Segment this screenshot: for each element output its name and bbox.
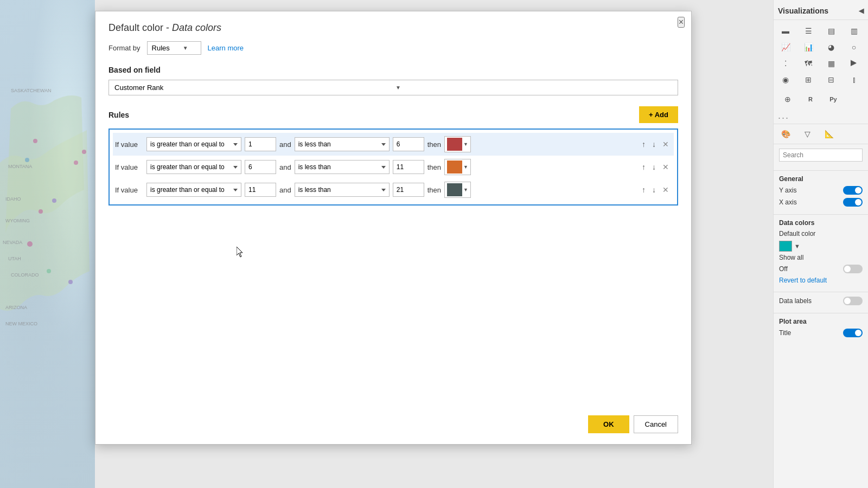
visualizations-header: Visualizations ◀ <box>774 4 868 20</box>
title-label: Title <box>779 329 791 337</box>
viz-line-icon[interactable]: 📈 <box>776 40 795 55</box>
color-button-2[interactable]: ▼ <box>444 159 471 175</box>
x-axis-row: X axis <box>779 198 863 207</box>
value1-input-2[interactable] <box>245 160 276 174</box>
viz-slicer-icon[interactable]: ⫿ <box>844 72 864 87</box>
default-color-swatch-row: ▼ <box>779 241 863 252</box>
delete-button-1[interactable]: ✕ <box>660 138 672 150</box>
delete-button-3[interactable]: ✕ <box>660 184 672 196</box>
ok-button[interactable]: OK <box>588 415 629 433</box>
svg-point-6 <box>27 241 33 247</box>
viz-bar-icon[interactable]: ▬ <box>776 23 795 38</box>
then-label-3: then <box>427 186 441 194</box>
svg-point-7 <box>47 269 51 273</box>
default-color-swatch[interactable] <box>779 241 792 252</box>
move-up-button-1[interactable]: ↑ <box>639 138 648 150</box>
close-button[interactable]: × <box>678 17 685 28</box>
x-axis-toggle[interactable] <box>843 198 863 207</box>
cancel-button[interactable]: Cancel <box>634 415 678 433</box>
svg-text:NEW MEXICO: NEW MEXICO <box>5 321 37 326</box>
svg-point-5 <box>39 209 43 214</box>
move-down-button-2[interactable]: ↓ <box>649 161 659 173</box>
color-button-3[interactable]: ▼ <box>444 182 471 198</box>
data-labels-toggle[interactable] <box>843 297 863 305</box>
value2-input-1[interactable] <box>393 137 424 151</box>
search-input[interactable] <box>779 149 863 162</box>
and-label-1: and <box>279 140 291 149</box>
data-colors-section: Data colors Default color ▼ Show all Off… <box>774 214 868 292</box>
condition1-select-3[interactable]: is greater than or equal to is greater t… <box>146 183 241 197</box>
delete-button-2[interactable]: ✕ <box>660 161 672 173</box>
viz-pie-icon[interactable]: ◕ <box>821 40 841 55</box>
visualizations-title: Visualizations <box>778 7 828 15</box>
condition2-select-1[interactable]: is less than is greater than or equal to… <box>295 137 390 151</box>
color-swatch-2 <box>447 160 462 174</box>
rules-container: If value is greater than or equal to is … <box>108 129 678 206</box>
value2-input-2[interactable] <box>393 160 424 174</box>
viz-area-icon[interactable]: 📊 <box>799 40 818 55</box>
filter-icon[interactable]: ▽ <box>797 126 817 142</box>
svg-point-8 <box>68 280 73 284</box>
title-toggle[interactable] <box>843 329 863 337</box>
based-on-label: Based on field <box>108 66 678 74</box>
field-dropdown[interactable]: Customer Rank ▼ <box>108 80 678 95</box>
show-all-toggle[interactable] <box>843 265 863 273</box>
title-row: Title <box>779 329 863 337</box>
color-arrow-icon-3: ▼ <box>463 187 468 192</box>
general-section: General Y axis X axis <box>774 170 868 214</box>
condition1-select-2[interactable]: is greater than or equal to is greater t… <box>146 160 241 174</box>
analytics-icon[interactable]: 📐 <box>819 126 839 142</box>
viz-funnel-icon[interactable]: ⯈ <box>844 56 864 71</box>
condition2-select-2[interactable]: is less than is greater than or equal to… <box>295 160 390 174</box>
viz-gauge-icon[interactable]: ◉ <box>776 72 795 87</box>
extra-viz-row: ⊕ R Py <box>774 91 868 108</box>
viz-map-icon[interactable]: 🗺 <box>799 56 818 71</box>
show-all-label: Show all <box>779 254 803 261</box>
y-axis-label: Y axis <box>779 187 796 194</box>
condition2-select-3[interactable]: is less than is greater than or equal to… <box>295 183 390 197</box>
viz-stacked-bar2-icon[interactable]: ▥ <box>844 23 864 38</box>
viz-treemap-icon[interactable]: ▦ <box>821 56 841 71</box>
field-dropdown-arrow-icon: ▼ <box>395 85 672 91</box>
viz-scatter-icon[interactable]: ⁚ <box>776 56 795 71</box>
revert-link[interactable]: Revert to default <box>779 277 863 284</box>
move-up-button-2[interactable]: ↑ <box>639 161 648 173</box>
add-button[interactable]: + Add <box>639 106 678 123</box>
move-down-button-1[interactable]: ↓ <box>649 138 659 150</box>
value2-input-3[interactable] <box>393 183 424 197</box>
svg-point-0 <box>33 139 37 143</box>
then-label-2: then <box>427 163 441 171</box>
viz-custom-icon[interactable]: ⊕ <box>778 92 797 107</box>
data-labels-section: Data labels <box>774 292 868 313</box>
and-label-3: and <box>279 186 291 194</box>
if-value-label-1: If value <box>115 140 143 149</box>
format-dropdown[interactable]: Rules ▼ <box>147 41 201 55</box>
viz-r-icon[interactable]: R <box>801 92 820 107</box>
general-label: General <box>779 175 863 183</box>
swatch-dropdown-arrow[interactable]: ▼ <box>794 243 800 249</box>
viz-python-icon[interactable]: Py <box>824 92 843 107</box>
color-button-1[interactable]: ▼ <box>444 136 471 152</box>
y-axis-toggle[interactable] <box>843 186 863 195</box>
move-up-button-3[interactable]: ↑ <box>639 184 648 196</box>
rule-actions-3: ↑ ↓ ✕ <box>639 184 672 196</box>
svg-text:MONTANA: MONTANA <box>8 164 32 169</box>
viz-matrix-icon[interactable]: ⊟ <box>821 72 841 87</box>
viz-table-icon[interactable]: ⊞ <box>799 72 818 87</box>
value1-input-1[interactable] <box>245 137 276 151</box>
viz-stacked-bar-icon[interactable]: ▤ <box>821 23 841 38</box>
format-icon[interactable]: 🎨 <box>776 126 795 142</box>
move-down-button-3[interactable]: ↓ <box>649 184 659 196</box>
learn-more-link[interactable]: Learn more <box>208 44 244 52</box>
viz-icons-grid: ▬ ☰ ▤ ▥ 📈 📊 ◕ ○ ⁚ 🗺 ▦ ⯈ ◉ ⊞ ⊟ ⫿ <box>774 20 868 91</box>
condition1-select-1[interactable]: is greater than or equal to is greater t… <box>146 137 241 151</box>
rules-header: Rules + Add <box>108 106 678 123</box>
rule-actions-2: ↑ ↓ ✕ <box>639 161 672 173</box>
value1-input-3[interactable] <box>245 183 276 197</box>
panel-chevron-icon[interactable]: ◀ <box>859 7 864 15</box>
default-color-row: Default color <box>779 230 863 237</box>
more-options-dots[interactable]: ... <box>774 108 868 124</box>
viz-bar-horizontal-icon[interactable]: ☰ <box>799 23 818 38</box>
visualizations-panel: Visualizations ◀ ▬ ☰ ▤ ▥ 📈 📊 ◕ ○ ⁚ 🗺 ▦ ⯈… <box>773 0 868 488</box>
viz-donut-icon[interactable]: ○ <box>844 40 864 55</box>
